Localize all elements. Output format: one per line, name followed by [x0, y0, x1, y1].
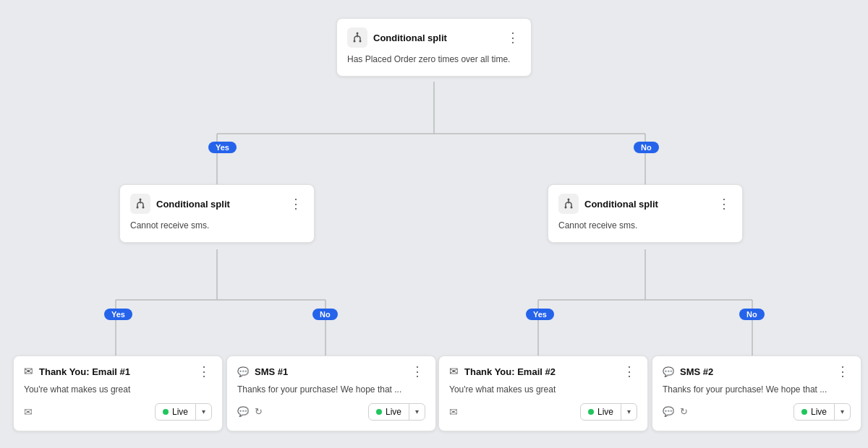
bottom-card-2: 💬 SMS #1 ⋮ Thanks for your purchase! We …: [226, 356, 436, 431]
live-status-button-3[interactable]: Live ▾: [580, 403, 637, 421]
card-footer: ✉ Live ▾: [24, 403, 212, 421]
top-conditional-split-card: Conditional split ⋮ Has Placed Order zer…: [336, 18, 532, 77]
card-header: 💬 SMS #2 ⋮: [663, 365, 851, 378]
svg-point-16: [142, 207, 145, 209]
live-status-button-4[interactable]: Live ▾: [793, 403, 851, 421]
mid-left-card-more-button[interactable]: ⋮: [288, 197, 304, 210]
bottom-card-3-more-button[interactable]: ⋮: [621, 365, 637, 378]
bottom-card-2-more-button[interactable]: ⋮: [409, 365, 425, 378]
mid-left-card-title: Conditional split: [156, 199, 230, 210]
conditional-split-icon: [558, 194, 579, 214]
refresh-footer-icon: ↻: [680, 406, 688, 417]
card-header-left: Conditional split: [347, 27, 447, 48]
sms-icon: 💬: [663, 366, 674, 377]
live-dot: [376, 409, 382, 415]
card-header-left: Conditional split: [130, 194, 230, 214]
email-icon: ✉: [24, 365, 33, 378]
live-label: Live: [386, 407, 401, 417]
bottom-card-1-description: You're what makes us great: [24, 384, 212, 396]
footer-icons: ✉: [449, 406, 458, 418]
svg-point-15: [137, 207, 139, 209]
sms-footer-icon: 💬: [237, 406, 249, 417]
live-main: Live: [156, 404, 196, 420]
card-footer: 💬 ↻ Live ▾: [237, 403, 425, 421]
badge-yes-left: Yes: [208, 142, 237, 153]
live-dot: [588, 409, 594, 415]
svg-point-20: [568, 199, 570, 201]
email-icon: ✉: [449, 365, 459, 378]
bottom-card-4-more-button[interactable]: ⋮: [835, 365, 851, 378]
live-main: Live: [794, 404, 835, 420]
bottom-card-1-title: Thank You: Email #1: [39, 366, 130, 377]
card-header-left: ✉ Thank You: Email #1: [24, 365, 130, 378]
chevron-down-icon: ▾: [196, 405, 211, 418]
live-label: Live: [172, 407, 188, 417]
bottom-card-4-description: Thanks for your purchase! We hope that .…: [663, 384, 851, 396]
card-header: ✉ Thank You: Email #2 ⋮: [449, 365, 637, 378]
bottom-card-3: ✉ Thank You: Email #2 ⋮ You're what make…: [438, 356, 648, 431]
live-label: Live: [811, 407, 827, 417]
live-label: Live: [597, 407, 613, 417]
bottom-card-3-description: You're what makes us great: [449, 384, 637, 396]
mid-right-card-title: Conditional split: [584, 199, 658, 210]
refresh-footer-icon: ↻: [255, 406, 263, 417]
live-status-button-1[interactable]: Live ▾: [155, 403, 212, 421]
bottom-card-4: 💬 SMS #2 ⋮ Thanks for your purchase! We …: [652, 356, 861, 431]
email-footer-icon: ✉: [24, 406, 33, 418]
badge-yes-bottom-3: Yes: [526, 309, 554, 320]
card-header-left: 💬 SMS #2: [663, 366, 713, 377]
conditional-split-icon: [130, 194, 150, 214]
svg-point-19: [571, 207, 573, 209]
badge-yes-bottom-1: Yes: [104, 309, 132, 320]
bottom-card-2-title: SMS #1: [255, 366, 288, 377]
badge-no-bottom-4: No: [739, 309, 765, 320]
card-header: 💬 SMS #1 ⋮: [237, 365, 425, 378]
bottom-card-3-title: Thank You: Email #2: [464, 366, 556, 377]
card-header-left: Conditional split: [558, 194, 658, 214]
card-footer: ✉ Live ▾: [449, 403, 637, 421]
live-main: Live: [369, 404, 409, 420]
svg-point-13: [359, 40, 362, 43]
bottom-card-4-title: SMS #2: [680, 366, 713, 377]
live-dot: [801, 409, 807, 415]
sms-icon: 💬: [237, 366, 249, 377]
top-card-title: Conditional split: [373, 33, 447, 43]
live-status-button-2[interactable]: Live ▾: [368, 403, 425, 421]
mid-right-card-more-button[interactable]: ⋮: [716, 197, 732, 210]
svg-point-18: [565, 207, 567, 209]
canvas: Conditional split ⋮ Has Placed Order zer…: [0, 0, 868, 448]
card-footer: 💬 ↻ Live ▾: [663, 403, 851, 421]
badge-no-bottom-2: No: [312, 309, 338, 320]
svg-point-12: [354, 40, 356, 43]
svg-point-17: [140, 199, 142, 201]
conditional-split-icon: [347, 27, 367, 48]
svg-point-14: [357, 33, 359, 35]
card-header: Conditional split ⋮: [347, 27, 521, 48]
live-main: Live: [581, 404, 621, 420]
mid-right-card-description: Cannot receive sms.: [558, 220, 732, 232]
sms-footer-icon: 💬: [663, 406, 674, 417]
top-card-description: Has Placed Order zero times over all tim…: [347, 53, 521, 66]
card-header: ✉ Thank You: Email #1 ⋮: [24, 365, 212, 378]
mid-left-conditional-split-card: Conditional split ⋮ Cannot receive sms.: [119, 184, 315, 243]
footer-icons: 💬 ↻: [663, 406, 688, 417]
badge-no-right: No: [634, 142, 659, 153]
mid-right-conditional-split-card: Conditional split ⋮ Cannot receive sms.: [548, 184, 743, 243]
bottom-card-2-description: Thanks for your purchase! We hope that .…: [237, 384, 425, 396]
chevron-down-icon: ▾: [621, 405, 637, 418]
chevron-down-icon: ▾: [835, 405, 850, 418]
mid-left-card-description: Cannot receive sms.: [130, 220, 304, 232]
chevron-down-icon: ▾: [409, 405, 425, 418]
live-dot: [163, 409, 169, 415]
bottom-card-1-more-button[interactable]: ⋮: [196, 365, 212, 378]
top-card-more-button[interactable]: ⋮: [505, 31, 521, 44]
footer-icons: ✉: [24, 406, 33, 418]
card-header: Conditional split ⋮: [130, 194, 304, 214]
bottom-card-1: ✉ Thank You: Email #1 ⋮ You're what make…: [13, 356, 223, 431]
card-header: Conditional split ⋮: [558, 194, 732, 214]
email-footer-icon: ✉: [449, 406, 458, 418]
footer-icons: 💬 ↻: [237, 406, 263, 417]
card-header-left: 💬 SMS #1: [237, 366, 288, 377]
card-header-left: ✉ Thank You: Email #2: [449, 365, 556, 378]
